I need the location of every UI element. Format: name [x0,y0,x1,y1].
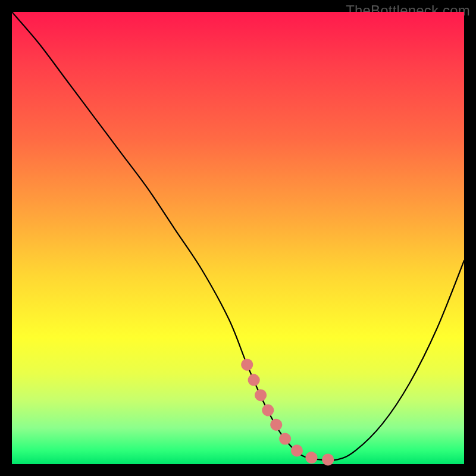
chart-frame: TheBottleneck.com [0,0,476,476]
plot-area [12,12,464,464]
optimal-zone-dots [247,365,337,460]
curve-svg [12,12,464,464]
bottleneck-curve-line [12,12,464,461]
